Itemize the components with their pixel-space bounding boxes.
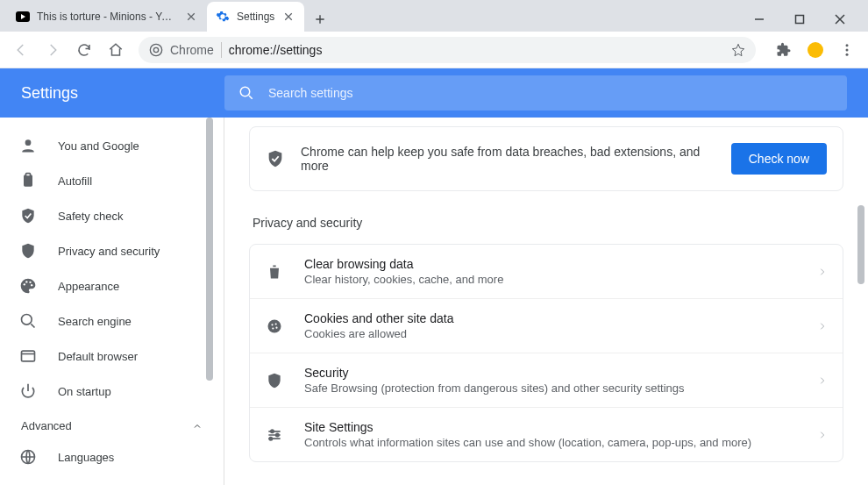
gear-icon: [216, 10, 230, 24]
new-tab-button[interactable]: [308, 7, 332, 32]
page-title: Settings: [21, 84, 224, 103]
chevron-right-icon: [818, 376, 827, 385]
sidebar-item-privacy[interactable]: Privacy and security: [0, 233, 224, 268]
chevron-right-icon: [818, 322, 827, 331]
row-cookies[interactable]: Cookies and other site data Cookies are …: [250, 298, 843, 353]
toolbar: Chrome chrome://settings: [0, 32, 868, 68]
sidebar-item-label: Autofill: [58, 175, 92, 188]
palette-icon: [19, 277, 37, 295]
svg-point-20: [275, 323, 277, 325]
menu-icon[interactable]: [833, 36, 861, 64]
sidebar-item-label: Safety check: [58, 210, 123, 223]
row-security[interactable]: Security Safe Browsing (protection from …: [250, 353, 843, 407]
star-icon[interactable]: [731, 43, 745, 57]
svg-point-4: [846, 44, 849, 46]
safety-message: Chrome can help keep you safe from data …: [301, 145, 715, 173]
sidebar-item-label: You and Google: [58, 139, 139, 153]
svg-point-5: [846, 48, 849, 51]
row-subtitle: Safe Browsing (protection from dangerous…: [304, 382, 799, 395]
divider: [221, 42, 222, 58]
chevron-up-icon: [192, 421, 203, 432]
svg-point-2: [150, 44, 161, 55]
tab-title: This is torture - Minions - YouTu: [37, 11, 177, 23]
check-now-button[interactable]: Check now: [731, 143, 827, 175]
back-button[interactable]: [7, 36, 35, 64]
person-icon: [19, 137, 37, 154]
close-icon[interactable]: [281, 10, 295, 24]
magnify-icon: [19, 312, 37, 330]
search-input[interactable]: [268, 86, 833, 100]
sidebar-item-label: Search engine: [58, 315, 132, 328]
home-button[interactable]: [102, 36, 130, 64]
trash-icon: [266, 263, 285, 281]
close-icon[interactable]: [184, 10, 198, 24]
search-box[interactable]: [224, 75, 847, 111]
globe-icon: [19, 448, 37, 466]
svg-point-8: [25, 139, 32, 146]
row-clear-browsing-data[interactable]: Clear browsing data Clear history, cooki…: [250, 245, 843, 298]
profile-icon[interactable]: [801, 36, 829, 64]
browser-icon: [19, 347, 37, 365]
omnibox-url: chrome://settings: [229, 43, 323, 57]
svg-point-14: [31, 284, 32, 286]
shield-check-icon: [266, 149, 285, 168]
svg-point-22: [272, 327, 274, 329]
sidebar-scrollbar[interactable]: [203, 118, 216, 485]
privacy-list: Clear browsing data Clear history, cooki…: [249, 244, 843, 462]
main: Chrome can help keep you safe from data …: [224, 118, 868, 485]
sliders-icon: [266, 426, 285, 444]
svg-point-19: [271, 324, 273, 325]
sidebar-item-safety-check[interactable]: Safety check: [0, 198, 224, 233]
sidebar-item-label: Privacy and security: [58, 245, 160, 258]
advanced-toggle[interactable]: Advanced: [0, 409, 224, 439]
minimize-button[interactable]: [747, 7, 772, 32]
sidebar-item-autofill[interactable]: Autofill: [0, 163, 224, 198]
row-subtitle: Clear history, cookies, cache, and more: [304, 273, 799, 286]
omnibox[interactable]: Chrome chrome://settings: [139, 37, 756, 63]
youtube-icon: [16, 10, 30, 24]
advanced-label: Advanced: [21, 419, 72, 432]
sidebar-item-label: Default browser: [58, 350, 138, 363]
row-subtitle: Cookies are allowed: [304, 327, 799, 340]
tab-youtube[interactable]: This is torture - Minions - YouTu: [7, 2, 207, 32]
content: You and Google Autofill Safety check Pri…: [0, 118, 868, 485]
svg-point-18: [268, 319, 281, 332]
row-title: Clear browsing data: [304, 257, 799, 271]
chrome-icon: [149, 43, 163, 57]
forward-button[interactable]: [39, 36, 67, 64]
clipboard-icon: [19, 172, 37, 189]
main-scrollbar[interactable]: [854, 118, 868, 485]
search-icon: [238, 85, 254, 101]
omnibox-scheme: Chrome: [170, 43, 214, 57]
settings-header: Settings: [0, 68, 868, 118]
titlebar: This is torture - Minions - YouTu Settin…: [0, 0, 868, 32]
svg-point-23: [271, 430, 274, 432]
sidebar-item-label: Appearance: [58, 280, 119, 293]
sidebar: You and Google Autofill Safety check Pri…: [0, 118, 224, 485]
svg-point-7: [240, 87, 250, 96]
sidebar-item-search-engine[interactable]: Search engine: [0, 303, 224, 339]
close-window-button[interactable]: [828, 7, 852, 32]
sidebar-item-languages[interactable]: Languages: [0, 439, 224, 474]
svg-point-24: [276, 433, 279, 436]
reload-button[interactable]: [70, 36, 98, 64]
row-site-settings[interactable]: Site Settings Controls what information …: [250, 407, 843, 461]
sidebar-item-appearance[interactable]: Appearance: [0, 268, 224, 303]
sidebar-item-you-and-google[interactable]: You and Google: [0, 128, 224, 163]
svg-rect-10: [26, 174, 31, 176]
shield-check-icon: [19, 207, 37, 225]
power-icon: [19, 382, 37, 400]
svg-point-15: [22, 315, 32, 325]
tab-title: Settings: [237, 11, 274, 23]
maximize-button[interactable]: [787, 7, 812, 32]
tab-settings[interactable]: Settings: [207, 2, 304, 32]
svg-point-3: [153, 47, 158, 52]
sidebar-item-default-browser[interactable]: Default browser: [0, 339, 224, 374]
svg-point-11: [24, 283, 25, 285]
sidebar-item-on-startup[interactable]: On startup: [0, 374, 224, 409]
svg-point-12: [25, 281, 27, 282]
row-subtitle: Controls what information sites can use …: [304, 436, 799, 449]
svg-point-25: [269, 437, 272, 439]
extensions-icon[interactable]: [770, 36, 798, 64]
shield-icon: [266, 372, 285, 389]
